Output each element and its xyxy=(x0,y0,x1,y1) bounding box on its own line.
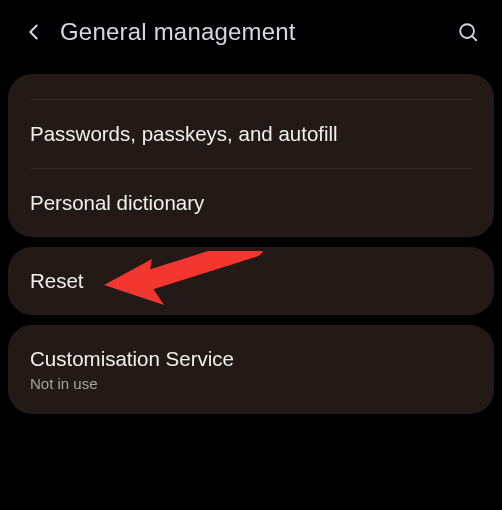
search-button[interactable] xyxy=(450,14,486,50)
row-label: Customisation Service xyxy=(30,347,234,370)
back-button[interactable] xyxy=(16,14,52,50)
card-top-divider xyxy=(30,74,472,100)
settings-card-1: Passwords, passkeys, and autofill Person… xyxy=(8,74,494,237)
row-customisation-service[interactable]: Customisation Service Not in use xyxy=(8,325,494,414)
settings-card-2: Reset xyxy=(8,247,494,315)
annotation-arrow xyxy=(104,251,304,315)
row-reset[interactable]: Reset xyxy=(8,247,494,315)
search-icon xyxy=(457,21,479,43)
page-title: General management xyxy=(52,18,450,46)
row-label: Reset xyxy=(30,269,84,292)
arrow-icon xyxy=(104,251,304,315)
settings-card-3: Customisation Service Not in use xyxy=(8,325,494,414)
chevron-left-icon xyxy=(23,21,45,43)
header: General management xyxy=(0,0,502,64)
row-label: Passwords, passkeys, and autofill xyxy=(30,122,338,145)
svg-line-1 xyxy=(472,36,476,40)
row-passwords-passkeys-autofill[interactable]: Passwords, passkeys, and autofill xyxy=(8,100,494,168)
row-personal-dictionary[interactable]: Personal dictionary xyxy=(8,169,494,237)
row-sublabel: Not in use xyxy=(30,375,472,392)
row-label: Personal dictionary xyxy=(30,191,204,214)
